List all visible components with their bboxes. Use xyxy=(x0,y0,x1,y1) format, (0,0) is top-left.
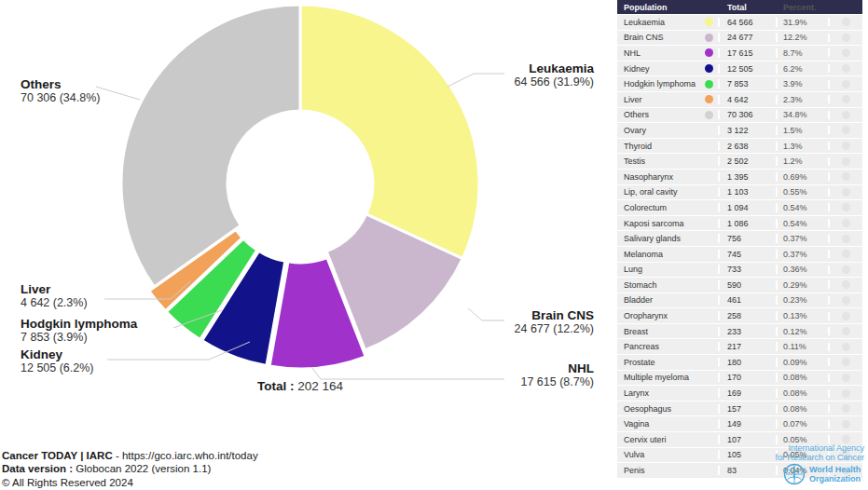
row-select-icon[interactable] xyxy=(842,343,850,351)
row-select-icon[interactable] xyxy=(842,80,850,88)
cell-total: 64 566 xyxy=(718,18,776,27)
row-select-icon[interactable] xyxy=(842,48,850,57)
cell-actions xyxy=(828,374,862,382)
row-select-icon[interactable] xyxy=(842,188,850,197)
row-select-icon[interactable] xyxy=(842,126,850,134)
cell-population: Oropharynx xyxy=(617,311,718,320)
column-header-percent[interactable]: Percent. xyxy=(776,3,828,12)
table-row[interactable]: Brain CNS 24 677 12.2% xyxy=(617,31,862,46)
table-row[interactable]: Prostate 180 0.09% xyxy=(617,355,862,370)
row-select-icon[interactable] xyxy=(842,404,850,413)
cell-population: Prostate xyxy=(617,358,718,367)
slice-label-title: Kidney xyxy=(21,348,94,362)
table-row[interactable]: Thyroid 2 638 1.3% xyxy=(617,139,862,154)
slice-label-title: Brain CNS xyxy=(515,309,594,323)
cell-percent: 0.07% xyxy=(776,419,828,429)
table-row[interactable]: Oropharynx 258 0.13% xyxy=(617,308,862,323)
cell-actions xyxy=(828,203,862,211)
cell-total: 1 094 xyxy=(718,203,776,212)
cell-population: Lung xyxy=(617,265,718,274)
row-select-icon[interactable] xyxy=(842,111,850,119)
row-select-icon[interactable] xyxy=(842,358,850,366)
table-row[interactable]: Liver 4 642 2.3% xyxy=(617,92,862,107)
table-row[interactable]: Kaposi sarcoma 1 086 0.54% xyxy=(617,216,862,231)
table-row[interactable]: Salivary glands 756 0.37% xyxy=(617,231,862,246)
table-row[interactable]: Kidney 12 505 6.2% xyxy=(617,61,862,76)
slice-label-value: 12 505 (6.2%) xyxy=(21,362,94,375)
table-row[interactable]: Multiple myeloma 170 0.08% xyxy=(617,371,862,386)
table-row[interactable]: Others 70 306 34.8% xyxy=(617,108,862,123)
cell-total: 180 xyxy=(718,358,776,367)
row-select-icon[interactable] xyxy=(842,95,850,103)
pie-slices xyxy=(121,5,479,369)
table-row[interactable]: Ovary 3 122 1.5% xyxy=(617,123,862,138)
cell-total: 24 677 xyxy=(718,33,776,42)
column-header-population[interactable]: Population xyxy=(617,3,718,12)
row-select-icon[interactable] xyxy=(842,157,850,166)
cell-actions xyxy=(828,235,862,243)
slice-label-hodgkin-lymphoma: Hodgkin lymphoma 7 853 (3.9%) xyxy=(21,318,137,345)
table-row[interactable]: Melanoma 745 0.37% xyxy=(617,247,862,262)
row-select-icon[interactable] xyxy=(842,172,850,181)
cell-actions xyxy=(828,420,862,429)
row-select-icon[interactable] xyxy=(842,296,850,305)
table-row[interactable]: Hodgkin lymphoma 7 853 3.9% xyxy=(617,76,862,91)
slice-label-title: Liver xyxy=(21,283,88,297)
table-row[interactable]: Colorectum 1 094 0.54% xyxy=(617,200,862,215)
table-row[interactable]: NHL 17 615 8.7% xyxy=(617,46,862,61)
row-select-icon[interactable] xyxy=(842,18,850,26)
footer: Cancer TODAY | IARC - https://gco.iarc.w… xyxy=(2,449,258,489)
row-select-icon[interactable] xyxy=(842,235,850,243)
row-select-icon[interactable] xyxy=(842,250,850,258)
cell-total: 169 xyxy=(718,388,776,398)
row-select-icon[interactable] xyxy=(842,312,850,320)
footer-data-version-value: Globocan 2022 (version 1.1) xyxy=(73,463,211,474)
column-header-total[interactable]: Total xyxy=(718,3,776,12)
row-select-icon[interactable] xyxy=(842,374,850,382)
row-select-icon[interactable] xyxy=(842,280,850,289)
cell-percent: 31.9% xyxy=(776,18,828,27)
table-row[interactable]: Oesophagus 157 0.08% xyxy=(617,402,862,416)
table-row[interactable]: Leukaemia 64 566 31.9% xyxy=(617,15,862,30)
row-select-icon[interactable] xyxy=(842,34,850,42)
cell-population: NHL xyxy=(617,48,718,58)
cell-percent: 0.55% xyxy=(776,187,828,197)
cell-total: 2 502 xyxy=(718,157,776,166)
leader-line-others xyxy=(96,87,140,100)
table-row[interactable]: Stomach 590 0.29% xyxy=(617,278,862,293)
table-row[interactable]: Testis 2 502 1.2% xyxy=(617,154,862,169)
cell-actions xyxy=(828,34,862,42)
row-select-icon[interactable] xyxy=(842,389,850,398)
row-select-icon[interactable] xyxy=(842,203,850,211)
pie-slice-others[interactable] xyxy=(121,5,300,287)
row-select-icon[interactable] xyxy=(842,142,850,150)
table-row[interactable]: Larynx 169 0.08% xyxy=(617,386,862,401)
leader-line-nhl xyxy=(311,367,504,379)
row-select-icon[interactable] xyxy=(842,420,850,429)
table-row[interactable]: Lung 733 0.36% xyxy=(617,263,862,278)
row-select-icon[interactable] xyxy=(842,64,850,73)
cell-total: 83 xyxy=(718,466,776,475)
table-row[interactable]: Pancreas 217 0.11% xyxy=(617,339,862,354)
row-select-icon[interactable] xyxy=(842,435,850,443)
slice-label-value: 70 306 (34.8%) xyxy=(21,92,100,105)
row-select-icon[interactable] xyxy=(842,327,850,335)
cell-percent: 0.29% xyxy=(776,280,828,290)
cell-actions xyxy=(828,265,862,274)
row-select-icon[interactable] xyxy=(842,265,850,274)
leader-line-leukaemia xyxy=(448,74,504,87)
cell-population: Bladder xyxy=(617,295,718,305)
who-logo-line1: World Health xyxy=(809,465,861,474)
cell-total: 70 306 xyxy=(718,110,776,119)
slice-label-leukaemia: Leukaemia 64 566 (31.9%) xyxy=(515,62,594,89)
cell-actions xyxy=(828,250,862,258)
table-row[interactable]: Breast 233 0.12% xyxy=(617,324,862,339)
row-select-icon[interactable] xyxy=(842,219,850,227)
pie-slice-leukaemia[interactable] xyxy=(300,5,479,259)
table-row[interactable]: Vagina 149 0.07% xyxy=(617,416,862,431)
cell-actions xyxy=(828,95,862,103)
table-row[interactable]: Nasopharynx 1 395 0.69% xyxy=(617,170,862,184)
cell-percent: 8.7% xyxy=(776,48,828,58)
table-row[interactable]: Lip, oral cavity 1 103 0.55% xyxy=(617,185,862,200)
table-row[interactable]: Bladder 461 0.23% xyxy=(617,293,862,308)
